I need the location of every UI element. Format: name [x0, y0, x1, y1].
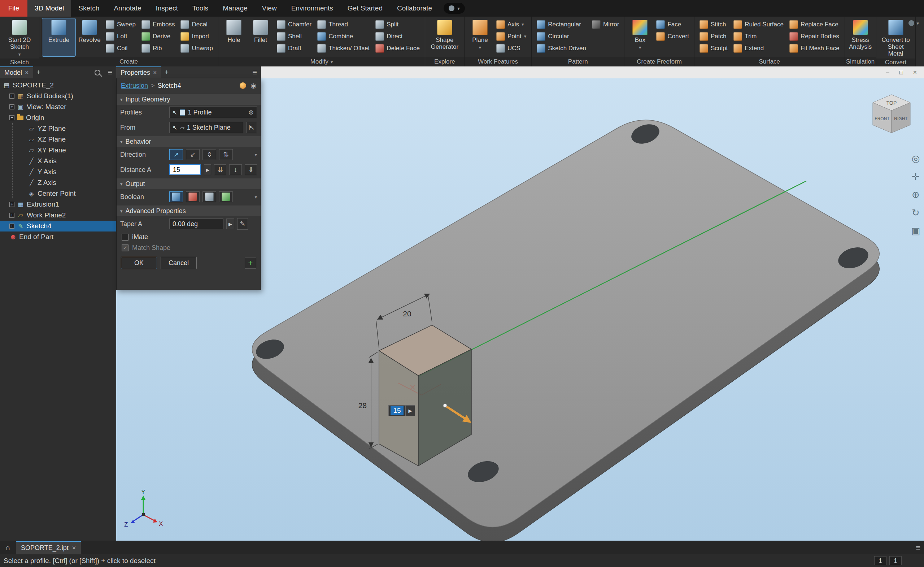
chamfer-button[interactable]: Chamfer — [274, 18, 314, 30]
cancel-button[interactable]: Cancel — [160, 257, 197, 269]
thread-button[interactable]: Thread — [315, 18, 372, 30]
breadcrumb-extrusion-link[interactable]: Extrusion — [121, 82, 148, 90]
docbar-menu-icon[interactable]: ≡ — [912, 541, 924, 554]
tab-properties[interactable]: Properties × — [116, 66, 161, 78]
match-shape-checkbox[interactable]: ✓ — [122, 245, 129, 251]
tree-item-xz-plane[interactable]: ▱XZ Plane — [13, 134, 116, 145]
coil-button[interactable]: Coil — [104, 42, 138, 54]
boolean-new-solid-button[interactable] — [219, 191, 233, 202]
quick-access-menu[interactable]: ▾ — [444, 3, 465, 14]
axis-button[interactable]: Axis▾ — [494, 18, 528, 30]
section-output[interactable]: ▾Output — [117, 178, 261, 189]
extent-to-next-icon[interactable]: ↓ — [229, 164, 242, 175]
group-label-modify[interactable]: Modify▾ — [218, 57, 425, 66]
tree-item-sketch4[interactable]: + ✎ Sketch4 — [0, 221, 116, 232]
boolean-join-button[interactable] — [169, 191, 183, 202]
solid-body-icon[interactable] — [240, 82, 246, 89]
split-button[interactable]: Split — [373, 18, 422, 30]
orbit-icon[interactable]: ↻ — [910, 207, 922, 219]
menu-tab-get-started[interactable]: Get Started — [340, 0, 390, 17]
tree-item-center-point[interactable]: ◈Center Point — [13, 188, 116, 199]
tree-item-origin[interactable]: − Origin — [0, 112, 116, 123]
menu-tab-sketch[interactable]: Sketch — [71, 0, 106, 17]
freeform-box-button[interactable]: Box ▾ — [627, 18, 652, 56]
expand-icon[interactable]: + — [9, 93, 14, 99]
profiles-selector[interactable]: ↖ 1 Profile ⊗ — [169, 107, 257, 118]
replace-face-button[interactable]: Replace Face — [787, 18, 842, 30]
edit-taper-icon[interactable]: ✎ — [237, 218, 248, 230]
base-plate[interactable] — [252, 120, 879, 527]
visibility-eye-icon[interactable]: ◉ — [250, 82, 256, 90]
menu-tab-collaborate[interactable]: Collaborate — [390, 0, 439, 17]
tree-item-end-of-part[interactable]: ⊗ End of Part — [0, 232, 116, 242]
home-view-icon[interactable]: ⌂ — [0, 541, 16, 554]
minimize-icon[interactable]: – — [881, 68, 894, 77]
sketch-driven-button[interactable]: Sketch Driven — [534, 42, 588, 54]
tree-item-yz-plane[interactable]: ▱YZ Plane — [13, 123, 116, 134]
panel-menu-icon[interactable]: ≡ — [104, 66, 116, 78]
menu-tab-inspect[interactable]: Inspect — [149, 0, 185, 17]
freeform-face-button[interactable]: Face — [654, 18, 691, 30]
collapse-icon[interactable]: − — [9, 115, 14, 120]
shape-generator-button[interactable]: Shape Generator — [428, 18, 461, 56]
tab-model[interactable]: Model × — [0, 66, 33, 78]
circular-pattern-button[interactable]: Circular — [534, 30, 588, 42]
decal-button[interactable]: Decal — [178, 18, 215, 30]
steering-wheel-icon[interactable]: ◎ — [910, 152, 922, 165]
look-at-icon[interactable]: ▣ — [910, 225, 922, 237]
stress-analysis-button[interactable]: Stress Analysis — [848, 18, 873, 56]
restore-icon[interactable]: □ — [895, 68, 908, 77]
from-offset-button[interactable]: ⇱ — [246, 122, 257, 133]
combine-button[interactable]: Combine — [315, 30, 372, 42]
sculpt-button[interactable]: Sculpt — [698, 42, 730, 54]
section-input-geometry[interactable]: ▾Input Geometry — [117, 94, 261, 105]
direction-asymmetric-button[interactable]: ⇅ — [219, 149, 233, 160]
boolean-intersect-button[interactable] — [202, 191, 216, 202]
menu-tab-environments[interactable]: Environments — [284, 0, 340, 17]
boolean-cut-button[interactable] — [186, 191, 200, 202]
stitch-button[interactable]: Stitch — [698, 18, 730, 30]
trim-button[interactable]: Trim — [731, 30, 786, 42]
section-behavior[interactable]: ▾Behavior — [117, 136, 261, 147]
close-icon[interactable]: × — [25, 69, 29, 77]
extend-button[interactable]: Extend — [731, 42, 786, 54]
point-button[interactable]: Point▾ — [494, 30, 528, 42]
menu-tab-3d-model[interactable]: 3D Model — [27, 0, 71, 17]
fit-mesh-face-button[interactable]: Fit Mesh Face — [787, 42, 842, 54]
revolve-button[interactable]: Revolve — [77, 18, 102, 56]
extrude-button[interactable]: Extrude — [42, 18, 75, 56]
direction-symmetric-button[interactable]: ⇕ — [202, 149, 216, 160]
extent-through-all-icon[interactable]: ⇓ — [245, 164, 257, 175]
clear-selection-icon[interactable]: ⊗ — [248, 108, 254, 116]
hole-button[interactable]: Hole — [221, 18, 246, 56]
tree-item-extrusion1[interactable]: + ▦ Extrusion1 — [0, 199, 116, 210]
start-2d-sketch-button[interactable]: Start 2D Sketch ▾ — [3, 18, 36, 58]
ucs-button[interactable]: UCS — [494, 42, 528, 54]
fillet-button[interactable]: Fillet — [248, 18, 273, 56]
direct-button[interactable]: Direct — [373, 30, 422, 42]
chevron-down-icon[interactable]: ▾ — [255, 194, 257, 200]
browser-root-node[interactable]: ▤ SOPORTE_2 — [0, 80, 116, 91]
distance-mini-input[interactable]: 15 ▶ — [388, 405, 415, 416]
extent-symmetric-icon[interactable]: ⇊ — [214, 164, 226, 175]
rib-button[interactable]: Rib — [140, 42, 177, 54]
search-icon[interactable] — [94, 70, 100, 75]
mirror-button[interactable]: Mirror — [590, 18, 621, 30]
ribbon-options-button[interactable]: ▾ — [909, 20, 919, 26]
tree-item-view-master[interactable]: + ▣ View: Master — [0, 101, 116, 112]
section-advanced-properties[interactable]: ▾Advanced Properties — [117, 206, 261, 216]
panel-menu-icon[interactable]: ≡ — [249, 66, 261, 78]
menu-tab-tools[interactable]: Tools — [185, 0, 216, 17]
close-icon[interactable]: × — [909, 68, 921, 77]
direction-default-button[interactable]: ↗ — [169, 149, 183, 160]
expand-icon[interactable]: + — [9, 224, 14, 229]
ok-button[interactable]: OK — [121, 257, 157, 269]
repair-bodies-button[interactable]: Repair Bodies — [787, 30, 842, 42]
expand-icon[interactable]: + — [9, 202, 14, 207]
distance-flyout-icon[interactable]: ▶ — [204, 164, 211, 175]
menu-tab-annotate[interactable]: Annotate — [106, 0, 148, 17]
file-menu-button[interactable]: File — [0, 0, 27, 17]
menu-tab-manage[interactable]: Manage — [216, 0, 255, 17]
tree-item-y-axis[interactable]: ╱Y Axis — [13, 167, 116, 177]
pan-icon[interactable]: ✛ — [910, 170, 922, 183]
